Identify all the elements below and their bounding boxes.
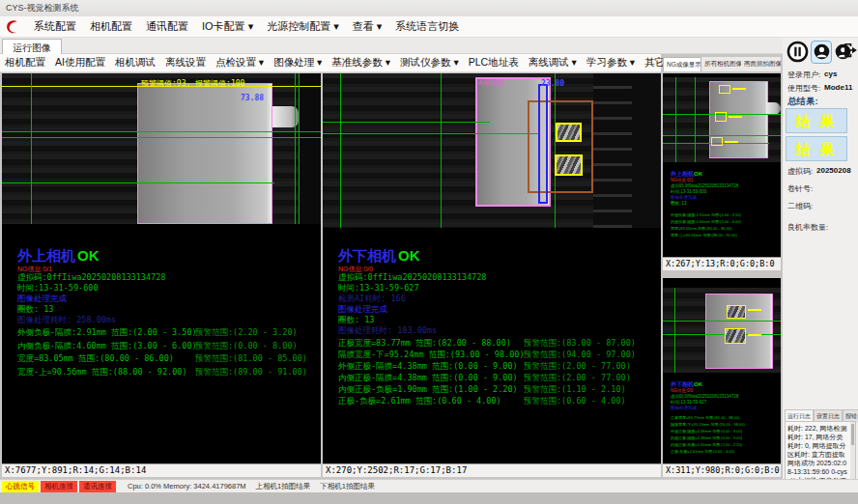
overlay-green-line: [2, 131, 321, 132]
lower-camera-capture-result: 下相机1拍图结果: [320, 482, 375, 491]
warning-range: 预警范围:(2.20 - 3.20): [195, 327, 298, 339]
toolbar-ai-usage-config[interactable]: AI使用配置: [50, 54, 110, 71]
camera-name: 外上相机: [671, 171, 694, 177]
virtual-code-value: 20250208: [816, 166, 851, 175]
menu-comm-config[interactable]: 通讯配置: [139, 16, 195, 37]
camera-image-upper-canvas[interactable]: 预警阈值:93, 报警阈值:100 73.88: [2, 73, 321, 224]
pause-button[interactable]: [786, 41, 809, 63]
logout-icon: [842, 41, 858, 60]
mini-detect-box: [715, 112, 727, 122]
weld-detect-box: [556, 123, 582, 142]
overlay-green-line: [2, 137, 321, 138]
app-window: CYS-视觉检测系统 系统配置 相机配置 通讯配置 IO卡配置 ▾ 光源控制配置…: [0, 0, 858, 504]
toolbar-learning-params[interactable]: 学习参数 ▾: [582, 54, 640, 71]
tab-run-image[interactable]: 运行图像: [2, 39, 62, 54]
tab-snapshot-images[interactable]: 画面抓拍图像: [741, 57, 781, 71]
log-scrollbar[interactable]: [850, 422, 855, 487]
result-ok-badge: OK: [77, 247, 100, 264]
yield-count-label: 良机率数量:: [787, 222, 828, 233]
menu-language-switch[interactable]: 系统语言切换: [388, 16, 466, 37]
menu-system-config[interactable]: 系统配置: [27, 16, 83, 37]
total-result-label: 总结果:: [787, 96, 818, 108]
measurement-row: 宽度=83.05mm 范围:(80.00 - 86.00): [17, 353, 174, 365]
overlay-green-line: [340, 73, 341, 228]
warning-range: 预警范围:(2.00 - 77.00): [524, 373, 631, 384]
camera-result-title: 外下相机OK: [338, 247, 420, 266]
tab-ng-image-display[interactable]: NG成像显示: [663, 57, 701, 71]
log-scrollbar-thumb[interactable]: [851, 424, 854, 445]
camera-image-lower-canvas[interactable]: AI检测框 23.80: [323, 73, 661, 228]
measurement-row: 正极宽度=83.77mm 范围:(82.00 - 88.00): [671, 415, 739, 420]
camera-connection-badge: 相机连接: [41, 481, 77, 492]
overlay-green-line: [2, 182, 274, 183]
ng-info-text: NG信息:0/0: [671, 388, 693, 393]
toolbar-camera-debug[interactable]: 相机调试: [110, 54, 160, 71]
mini-annotation-mark: [748, 309, 761, 311]
toolbar-tester-params[interactable]: 测试仪参数 ▾: [395, 54, 464, 71]
toolbar-baseline-params[interactable]: 基准线参数 ▾: [327, 54, 395, 71]
virtual-code-line: 虚拟码:0ffIiwa20250208133134728: [671, 183, 738, 188]
measurement-row: 内侧正极-隔膜=4.38mm 范围:(0.00 - 9.00): [338, 373, 518, 384]
toolbar-offline-settings[interactable]: 离线设置: [160, 54, 211, 71]
measure-overlay-value: 73.88: [241, 94, 264, 102]
measurement-row: 宽度-上=90.56mm 范围:(88.00 - 92.00): [671, 233, 737, 238]
result-box-bottom: 结 果: [786, 136, 847, 161]
camera-panel-upper: 预警阈值:93, 报警阈值:100 73.88 外上相机OK NG信息:0/1 …: [2, 73, 321, 477]
mini-weld-box: [727, 305, 746, 319]
overlay-green-line: [675, 77, 676, 162]
overlay-green-line: [441, 73, 442, 228]
model-label: 使用型号:: [787, 83, 820, 94]
window-title: CYS-视觉检测系统: [6, 3, 79, 13]
measurement-row: 内侧正极-负极=1.90mm 范围:(1.00 - 2.20): [338, 384, 518, 396]
measure-overlay-value: 23.80: [541, 79, 564, 88]
camera-result-title: 外上相机OK: [17, 247, 100, 266]
warning-range: 预警范围:(0.00 - 8.00): [195, 341, 298, 352]
warning-range: 预警范围:(83.00 - 87.00): [524, 338, 636, 350]
winding-needle-label: 卷针号:: [787, 183, 813, 194]
result-ok-badge: OK: [694, 171, 702, 177]
toolbar-plc-address-table[interactable]: PLC地址表: [464, 54, 524, 71]
measurement-row: 内侧正极-负极=1.90mm 范围:(1.00 - 2.20): [671, 442, 742, 447]
mini-image-lower-canvas[interactable]: [663, 288, 781, 373]
warning-range: 预警范围:(1.10 - 2.10): [524, 384, 626, 396]
log-output[interactable]: 耗时: 222, 网络检测耗时: 17, 网络分类耗时: 0, 网络提取分区耗时…: [785, 421, 856, 488]
heartbeat-status-badge: 心跳信号: [2, 481, 39, 492]
mini-annotation-mark: [748, 334, 761, 336]
tab-all-camera-images[interactable]: 所有相机图像: [701, 57, 741, 71]
roi-blue-rect: [538, 84, 548, 204]
measurement-row: 正极-负极=2.61mm 范围:(0.60 - 4.00): [338, 396, 501, 407]
overlay-green-line: [674, 288, 675, 373]
measurement-row: 外侧正极-隔膜=4.38mm 范围:(0.00 - 9.00): [338, 361, 518, 373]
measurement-row: 外侧负极-隔膜:2.91mm 范围:(2.00 - 3.50): [17, 327, 197, 339]
mini-detect-box: [711, 137, 723, 146]
threshold-overlay-text: 预警阈值:93, 报警阈值:100: [141, 78, 244, 89]
measurement-row: 隔膜宽度-下=95.24mm 范围:(93.00 - 98.00): [671, 422, 745, 427]
menu-bar: 系统配置 相机配置 通讯配置 IO卡配置 ▾ 光源控制配置 ▾ 查看 ▾ 系统语…: [0, 16, 858, 38]
menu-view[interactable]: 查看 ▾: [346, 16, 389, 37]
measurement-row: 内侧负极-隔膜:4.60mm 范围:(3.00 - 6.00): [17, 341, 197, 352]
overlay-green-line: [299, 73, 300, 224]
measurement-row: 正极宽度=83.77mm 范围:(82.00 - 88.00): [338, 338, 511, 350]
model-value: Mode11: [824, 83, 852, 92]
login-user-value: cys: [824, 70, 837, 78]
user-icon: [814, 43, 830, 60]
measurement-row: 宽度-上=90.56mm 范围:(88.00 - 92.00): [17, 367, 187, 378]
upper-camera-capture-result: 上相机1拍图结果: [256, 482, 311, 491]
toolbar-spot-check-settings[interactable]: 点检设置 ▾: [211, 54, 269, 71]
toolbar-camera-config[interactable]: 相机配置: [0, 54, 50, 71]
overlay-green-line: [663, 321, 781, 322]
overlay-green-line: [31, 73, 32, 224]
logout-button[interactable]: [842, 41, 858, 60]
ng-info-text: NG信息:0/1: [671, 178, 693, 182]
mini-panel-lower: 外下相机OK NG信息:0/0 虚拟码:0ffIiwa2025020813313…: [663, 278, 781, 477]
current-user-button[interactable]: [811, 41, 832, 64]
pixel-coordinate-status: X:270;Y:2502;R:17;G:17;B:17: [323, 463, 661, 477]
result-ok-badge: OK: [398, 247, 420, 264]
warning-range: 预警范围:(81.00 - 85.00): [195, 353, 307, 365]
mini-image-upper-canvas[interactable]: [663, 77, 781, 162]
menu-io-card-config[interactable]: IO卡配置 ▾: [195, 16, 260, 37]
toolbar-offline-debug[interactable]: 离线调试 ▾: [524, 54, 582, 71]
toolbar-image-processing[interactable]: 图像处理 ▾: [269, 54, 327, 71]
menu-light-control-config[interactable]: 光源控制配置 ▾: [260, 16, 346, 37]
menu-camera-config[interactable]: 相机配置: [83, 16, 139, 37]
